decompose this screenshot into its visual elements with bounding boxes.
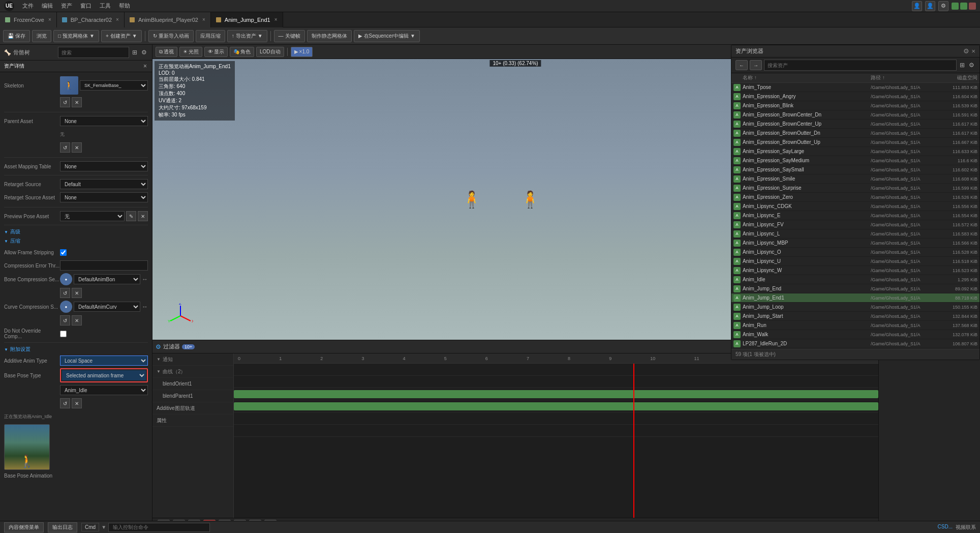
preview-mesh-button[interactable]: □ 预览网格体 ▼	[53, 30, 99, 42]
add-key-button[interactable]: — 关键帧	[274, 30, 305, 42]
track-blend-orient[interactable]: blendOrient1	[152, 378, 233, 390]
minimize-btn[interactable]	[952, 3, 959, 10]
menu-file[interactable]: 文件	[22, 2, 34, 10]
reimport-button[interactable]: ↻ 重新导入动画	[148, 30, 194, 42]
user-icon-1[interactable]: 👤	[912, 1, 922, 11]
settings-gear-button[interactable]: ⚙	[140, 49, 148, 56]
ab-col-size[interactable]: 磁盘空间	[937, 74, 977, 81]
cmd-input[interactable]	[108, 523, 210, 532]
list-item[interactable]: A Anim_Lipsync_CDGK /Game/GhostLady_S1/A…	[731, 202, 979, 211]
preview-pose-edit-button[interactable]: ✎	[126, 211, 136, 221]
list-item[interactable]: A Anim_Epression_BrownOutter_Dn /Game/Gh…	[731, 129, 979, 138]
retarget-source-asset-select[interactable]: None	[60, 192, 148, 202]
bone-compression-select[interactable]: DefaultAnimBon	[74, 274, 140, 284]
list-item[interactable]: A Anim_Epression_BrownCenter_Up /Game/Gh…	[731, 120, 979, 129]
curve-compression-select[interactable]: DefaultAnimCurv	[74, 302, 140, 312]
ab-forward-button[interactable]: →	[750, 60, 762, 70]
list-item[interactable]: A Anim_Epression_BrownCenter_Dn /Game/Gh…	[731, 110, 979, 120]
list-item[interactable]: A Anim_Epression_Blink /Game/GhostLady_S…	[731, 101, 979, 110]
lod-button[interactable]: LOD自动	[256, 47, 284, 57]
list-item[interactable]: A Anim_Epression_SayLarge /Game/GhostLad…	[731, 147, 979, 156]
close-details-button[interactable]: ×	[142, 63, 148, 70]
curve-compression-browse-button[interactable]: ↺	[60, 315, 70, 325]
menu-asset[interactable]: 资产	[61, 2, 72, 10]
list-item[interactable]: A Anim_Lipsync_L /Game/GhostLady_S1/A 11…	[731, 229, 979, 239]
tab-close-anim-jump[interactable]: ×	[274, 17, 278, 22]
maximize-btn[interactable]	[960, 3, 967, 10]
csdn-link[interactable]: CSD...	[938, 524, 953, 531]
list-item[interactable]: A Anim_Epression_Smile /Game/GhostLady_S…	[731, 174, 979, 184]
content-drawer-button[interactable]: 内容侧滑菜单	[4, 522, 44, 532]
list-item[interactable]: A Anim_Epression_Surprise /Game/GhostLad…	[731, 184, 979, 193]
preview-pose-clear-button[interactable]: ✕	[138, 211, 148, 221]
make-static-button[interactable]: 制作静态网格体	[307, 30, 352, 42]
ab-close-button[interactable]: ×	[971, 47, 975, 55]
save-button[interactable]: 💾 保存	[3, 30, 30, 42]
skeleton-search-input[interactable]	[58, 47, 129, 58]
additive-anim-type-select[interactable]: Local Space	[60, 356, 148, 366]
playback-speed-button[interactable]: ▶ ×1.0	[291, 47, 313, 57]
bone-compression-expand-button[interactable]: ↔	[142, 276, 148, 283]
list-item[interactable]: A LP287_IdleRun_2D /Game/GhostLady_S1/A …	[731, 339, 979, 348]
do-not-override-checkbox[interactable]	[60, 331, 67, 337]
ab-back-button[interactable]: ←	[736, 60, 748, 70]
menu-help[interactable]: 帮助	[119, 2, 130, 10]
list-item[interactable]: A Anim_Walk /Game/GhostLady_S1/A 132.078…	[731, 330, 979, 339]
apply-compression-button[interactable]: 应用压缩	[196, 30, 225, 42]
curve-compression-expand-button[interactable]: ↔	[142, 303, 148, 310]
browse-button[interactable]: 浏览	[32, 30, 51, 42]
track-blend-parent[interactable]: blendParent1	[152, 390, 233, 402]
ab-settings-btn-2[interactable]: ⚙	[968, 62, 975, 69]
list-item[interactable]: A Anim_Lipsync_MBP /Game/GhostLady_S1/A …	[731, 239, 979, 248]
tab-bp-character[interactable]: BP_Character02 ×	[57, 12, 125, 27]
tab-close-frozen[interactable]: ×	[48, 17, 51, 22]
parent-asset-clear-button[interactable]: ✕	[72, 142, 82, 153]
ab-col-name[interactable]: 名称 ↑	[743, 74, 871, 81]
menu-edit[interactable]: 编辑	[42, 2, 53, 10]
menu-tools[interactable]: 工具	[100, 2, 111, 10]
base-pose-type-select[interactable]: Selected animation frame	[62, 370, 146, 380]
list-item[interactable]: A Anim_Lipsync_E /Game/GhostLady_S1/A 11…	[731, 211, 979, 220]
track-curves[interactable]: ▼ 曲线（2）	[152, 366, 233, 378]
list-item[interactable]: A Anim_Run /Game/GhostLady_S1/A 137.568 …	[731, 321, 979, 330]
list-item[interactable]: A Anim_Epression_Angry /Game/GhostLady_S…	[731, 92, 979, 101]
skeleton-select[interactable]: SK_FemaleBase_	[80, 80, 148, 91]
list-item[interactable]: A Anim_Jump_Loop /Game/GhostLady_S1/A 15…	[731, 303, 979, 312]
list-item[interactable]: A Anim_Jump_Start /Game/GhostLady_S1/A 1…	[731, 312, 979, 321]
compression-section-header[interactable]: 压缩	[4, 238, 148, 245]
base-pose-browse-button[interactable]: ↺	[60, 398, 70, 408]
open-sequencer-button[interactable]: ▶ 在Sequencer中编辑 ▼	[354, 30, 420, 42]
track-attributes[interactable]: 属性	[152, 414, 233, 427]
lit-button[interactable]: ☀ 光照	[179, 47, 202, 57]
asset-mapping-select[interactable]: None	[60, 161, 148, 171]
tab-close-bp[interactable]: ×	[116, 17, 119, 22]
allow-frame-stripping-checkbox[interactable]	[60, 249, 67, 256]
camera-button[interactable]: 🎭 角色	[230, 47, 254, 57]
preview-pose-select[interactable]: 无	[60, 211, 125, 221]
advanced-section-header[interactable]: 高级	[4, 228, 148, 235]
list-item[interactable]: A Anim_Lipsync_O /Game/GhostLady_S1/A 11…	[731, 248, 979, 257]
parent-asset-select[interactable]: None	[60, 116, 148, 126]
grid-view-button[interactable]: ⊞	[131, 49, 138, 56]
skeleton-browse-button[interactable]: ↺	[60, 97, 70, 107]
compression-error-input[interactable]: 1.0	[60, 260, 148, 271]
create-asset-button[interactable]: + 创建资产 ▼	[101, 30, 142, 42]
ab-view-options-button[interactable]: ⊞	[959, 62, 966, 69]
list-item[interactable]: A Anim_Tpose /Game/GhostLady_S1/A 111.85…	[731, 83, 979, 92]
asset-search-input[interactable]	[764, 60, 957, 71]
ab-settings-button[interactable]: ⚙	[963, 47, 969, 55]
cmd-dropdown[interactable]: ▼	[101, 524, 106, 530]
list-item[interactable]: A Anim_Epression_Zero /Game/GhostLady_S1…	[731, 193, 979, 202]
track-notify[interactable]: ▼ 通知	[152, 353, 233, 366]
list-item[interactable]: A Anim_Epression_SayMedium /Game/GhostLa…	[731, 156, 979, 165]
list-item[interactable]: A Anim_Idle /Game/GhostLady_S1/A 1.295 K…	[731, 275, 979, 284]
curve-compression-clear-button[interactable]: ✕	[72, 315, 82, 325]
bone-compression-browse-button[interactable]: ↺	[60, 288, 70, 298]
base-pose-clear-button[interactable]: ✕	[72, 398, 82, 408]
tab-frozen-cove[interactable]: FrozenCove ×	[0, 12, 57, 27]
list-item[interactable]: A Anim_Lipsync_FV /Game/GhostLady_S1/A 1…	[731, 220, 979, 229]
asset-details-tab[interactable]: 资产详情	[4, 63, 24, 70]
tab-close-anim-bp[interactable]: ×	[202, 17, 205, 22]
playhead[interactable]	[633, 364, 634, 518]
additive-settings-header[interactable]: 附加设置	[4, 346, 148, 353]
